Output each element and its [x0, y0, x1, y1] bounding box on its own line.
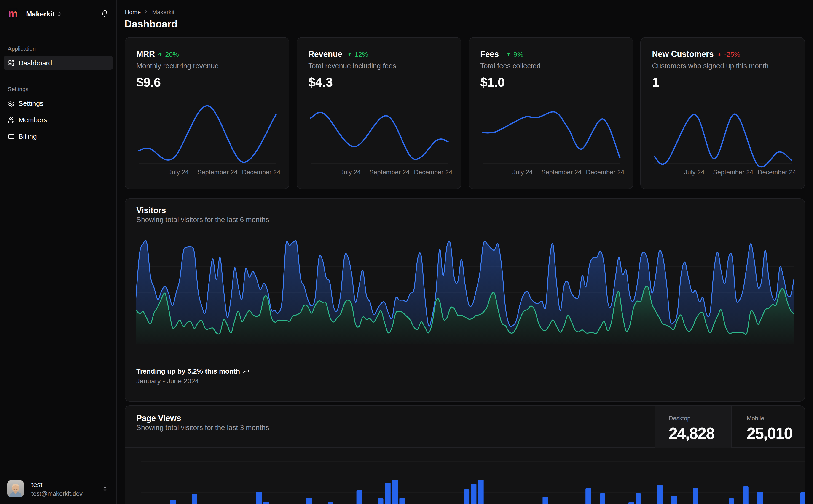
svg-text:July 24: July 24: [341, 169, 361, 176]
svg-text:December 24: December 24: [242, 169, 280, 176]
svg-text:September 24: September 24: [369, 169, 410, 176]
svg-text:July 24: July 24: [512, 169, 533, 176]
svg-text:December 24: December 24: [758, 169, 796, 176]
svg-text:September 24: September 24: [713, 169, 753, 176]
svg-text:September 24: September 24: [197, 169, 238, 176]
svg-text:July 24: July 24: [684, 169, 705, 176]
svg-text:m: m: [8, 8, 18, 19]
svg-text:December 24: December 24: [414, 169, 452, 176]
svg-text:July 24: July 24: [168, 169, 189, 176]
svg-text:September 24: September 24: [541, 169, 581, 176]
svg-text:December 24: December 24: [586, 169, 624, 176]
